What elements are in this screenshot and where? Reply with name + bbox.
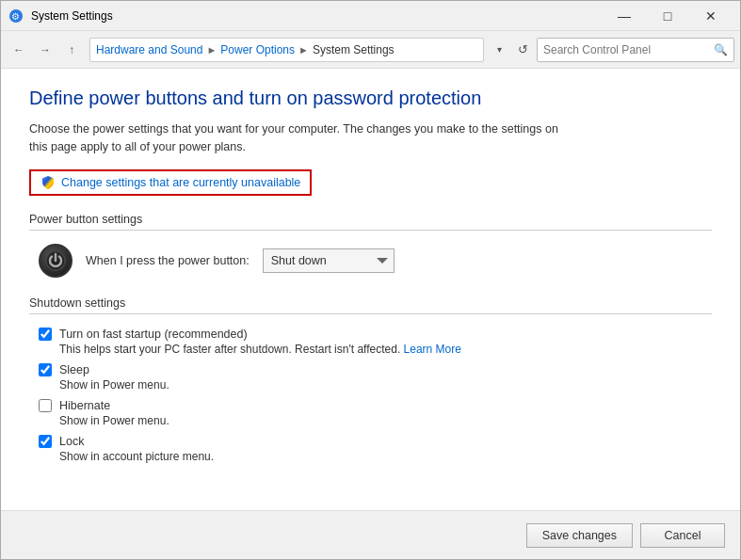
system-settings-window: ⚙ System Settings — □ ✕ ← → ↑ Hardware a… xyxy=(0,0,741,560)
refresh-button[interactable]: ↺ xyxy=(510,38,535,62)
power-icon xyxy=(39,244,72,278)
fast-startup-desc: This helps start your PC faster after sh… xyxy=(59,343,712,356)
fast-startup-checkbox[interactable] xyxy=(39,328,52,341)
breadcrumb-sep-1: ► xyxy=(206,44,217,56)
svg-text:⚙: ⚙ xyxy=(11,11,20,22)
sleep-label[interactable]: Sleep xyxy=(59,363,89,376)
nav-bar: ← → ↑ Hardware and Sound ► Power Options… xyxy=(1,31,740,69)
power-button-row: When I press the power button: Shut down… xyxy=(39,244,712,278)
power-button-select[interactable]: Shut down Sleep Hibernate Turn off the d… xyxy=(263,248,395,273)
list-item: Sleep Show in Power menu. xyxy=(39,363,712,392)
breadcrumb-dropdown-button[interactable]: ▾ xyxy=(490,38,508,62)
breadcrumb-power-options[interactable]: Power Options xyxy=(220,43,295,56)
search-icon[interactable]: 🔍 xyxy=(714,43,728,56)
shutdown-items: Turn on fast startup (recommended) This … xyxy=(39,328,712,471)
close-button[interactable]: ✕ xyxy=(689,1,733,31)
lock-desc: Show in account picture menu. xyxy=(59,450,712,463)
list-item: Lock Show in account picture menu. xyxy=(39,435,712,463)
change-settings-link[interactable]: Change settings that are currently unava… xyxy=(29,169,312,196)
breadcrumb: Hardware and Sound ► Power Options ► Sys… xyxy=(89,38,484,62)
list-item: Hibernate Show in Power menu. xyxy=(39,399,712,427)
page-title: Define power buttons and turn on passwor… xyxy=(29,88,712,109)
back-button[interactable]: ← xyxy=(7,38,31,62)
shutdown-section-title: Shutdown settings xyxy=(29,296,712,314)
maximize-button[interactable]: □ xyxy=(646,1,689,31)
lock-header: Lock xyxy=(39,435,712,448)
power-button-label: When I press the power button: xyxy=(86,254,250,267)
hibernate-header: Hibernate xyxy=(39,399,712,412)
search-input[interactable] xyxy=(543,43,714,56)
window-title: System Settings xyxy=(31,9,603,23)
title-bar: ⚙ System Settings — □ ✕ xyxy=(1,1,740,31)
window-icon: ⚙ xyxy=(8,8,24,24)
breadcrumb-system-settings: System Settings xyxy=(313,43,395,56)
learn-more-link[interactable]: Learn More xyxy=(404,343,461,356)
sleep-checkbox[interactable] xyxy=(39,363,52,376)
up-button[interactable]: ↑ xyxy=(59,38,84,62)
hibernate-checkbox[interactable] xyxy=(39,399,52,412)
hibernate-desc: Show in Power menu. xyxy=(59,414,712,427)
save-button[interactable]: Save changes xyxy=(526,523,633,548)
hibernate-label[interactable]: Hibernate xyxy=(59,399,110,412)
cancel-button[interactable]: Cancel xyxy=(640,523,725,548)
footer: Save changes Cancel xyxy=(1,510,740,559)
fast-startup-header: Turn on fast startup (recommended) xyxy=(39,328,712,341)
change-settings-text[interactable]: Change settings that are currently unava… xyxy=(61,176,300,189)
minimize-button[interactable]: — xyxy=(603,1,646,31)
search-box: 🔍 xyxy=(537,38,734,62)
list-item: Turn on fast startup (recommended) This … xyxy=(39,328,712,356)
shield-icon xyxy=(40,175,56,190)
power-button-section-title: Power button settings xyxy=(29,213,712,231)
fast-startup-label[interactable]: Turn on fast startup (recommended) xyxy=(59,328,248,341)
lock-label[interactable]: Lock xyxy=(59,435,84,448)
content-area: Define power buttons and turn on passwor… xyxy=(1,69,740,510)
forward-button[interactable]: → xyxy=(33,38,57,62)
breadcrumb-hardware-sound[interactable]: Hardware and Sound xyxy=(96,43,202,56)
sleep-desc: Show in Power menu. xyxy=(59,378,712,392)
window-controls: — □ ✕ xyxy=(603,1,733,31)
page-description: Choose the power settings that you want … xyxy=(29,120,575,156)
sleep-header: Sleep xyxy=(39,363,712,376)
breadcrumb-sep-2: ► xyxy=(298,44,309,56)
lock-checkbox[interactable] xyxy=(39,435,52,448)
